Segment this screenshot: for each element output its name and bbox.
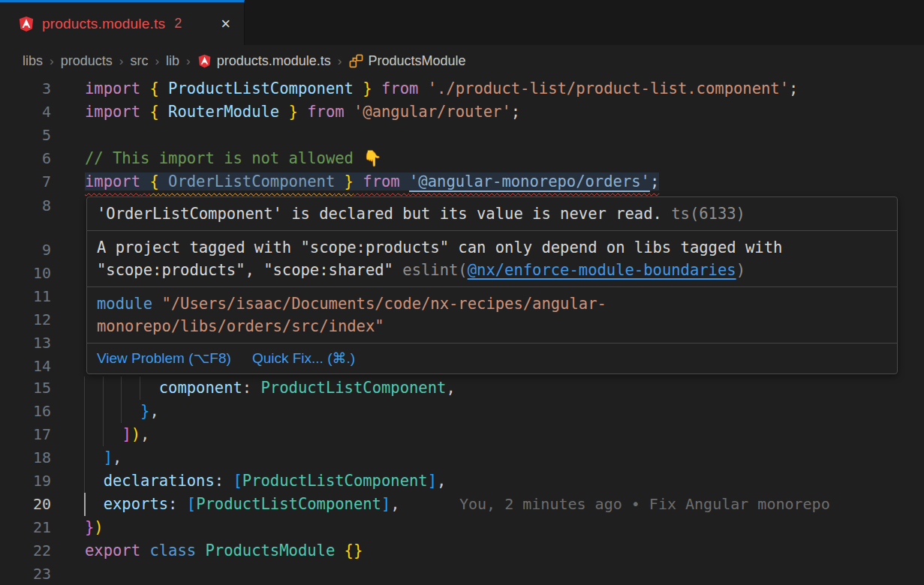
line-number[interactable]: 6: [0, 147, 51, 170]
view-problem-button[interactable]: View Problem (⌥F8): [97, 349, 231, 368]
code-token: ,: [446, 379, 455, 397]
code-token: }: [289, 103, 298, 121]
code-line[interactable]: 21}): [0, 516, 924, 539]
chevron-right-icon: ›: [338, 54, 342, 69]
line-number[interactable]: 9: [0, 238, 51, 262]
ts-diagnostic: 'OrderListComponent' is declared but its…: [87, 197, 897, 231]
code-token: './product-list/product-list.component': [428, 80, 789, 98]
line-number[interactable]: 8: [0, 194, 51, 218]
code-text: import { RouterModule } from '@angular/r…: [85, 100, 520, 124]
module-path-info: module "/Users/isaac/Documents/code/nx-r…: [87, 287, 897, 344]
quick-fix-button[interactable]: Quick Fix... (⌘.): [252, 349, 355, 368]
code-token: ,: [390, 495, 399, 513]
breadcrumb-item-src[interactable]: src: [130, 53, 148, 69]
code-editor[interactable]: 'OrderListComponent' is declared but its…: [0, 77, 924, 585]
code-token: [159, 172, 168, 190]
code-token: {: [149, 172, 158, 190]
code-line[interactable]: 5: [0, 124, 924, 147]
code-token: RouterModule: [168, 103, 279, 121]
breadcrumb-item-products-module-ts[interactable]: products.module.ts: [197, 53, 331, 69]
line-number[interactable]: 5: [0, 124, 51, 147]
line-number[interactable]: 17: [0, 423, 51, 446]
code-token: {}: [345, 542, 363, 560]
code-token: }: [363, 80, 372, 98]
code-line[interactable]: 17 ]),: [0, 423, 924, 446]
line-number[interactable]: 18: [0, 446, 51, 470]
breadcrumb-item-lib[interactable]: lib: [166, 53, 179, 69]
line-number[interactable]: 11: [0, 285, 51, 308]
code-text: import { ProductListComponent } from './…: [85, 77, 798, 100]
code-line[interactable]: 6// This import is not allowed 👇: [0, 147, 924, 170]
code-token: ProductListComponent: [196, 495, 381, 513]
breadcrumb-item-products[interactable]: products: [61, 53, 113, 69]
code-token: }: [345, 172, 354, 190]
code-line[interactable]: 22export class ProductsModule {}: [0, 539, 924, 562]
code-token: // This import is not allowed: [85, 149, 363, 167]
code-line[interactable]: 20 exports: [ProductListComponent],You, …: [0, 493, 924, 516]
code-token: [140, 542, 149, 560]
code-token: ]: [104, 448, 113, 466]
code-token: [140, 172, 149, 190]
code-token: [279, 103, 288, 121]
code-line[interactable]: 7import { OrderListComponent } from '@an…: [0, 170, 924, 194]
eslint-rule-link[interactable]: @nx/enforce-module-boundaries: [468, 261, 736, 279]
code-token: [418, 80, 427, 98]
line-number[interactable]: 7: [0, 170, 51, 194]
code-text: }): [85, 516, 104, 539]
code-token: ]: [428, 472, 437, 490]
code-line[interactable]: 18 ],: [0, 446, 924, 470]
breadcrumb-label: lib: [166, 53, 179, 69]
code-token: :: [215, 472, 233, 490]
code-line[interactable]: 4import { RouterModule } from '@angular/…: [0, 100, 924, 124]
code-text: // This import is not allowed 👇: [85, 147, 382, 170]
module-link[interactable]: '@angular-monorepo/orders': [409, 172, 650, 190]
line-number[interactable]: 16: [0, 400, 51, 423]
code-token: from: [363, 172, 399, 190]
git-blame-annotation: You, 2 minutes ago • Fix Angular monorep…: [459, 493, 830, 516]
hover-diagnostics-popup: 'OrderListComponent' is declared but its…: [86, 196, 898, 374]
code-token: import: [85, 172, 140, 190]
breadcrumb-label: products: [61, 53, 113, 69]
code-token: [372, 80, 381, 98]
breadcrumb-item-libs[interactable]: libs: [23, 53, 43, 69]
line-number[interactable]: 14: [0, 355, 51, 378]
line-number[interactable]: 20: [0, 493, 51, 516]
line-number[interactable]: 13: [0, 332, 51, 355]
ts-error-code: ts(6133): [671, 205, 745, 223]
code-token: ): [131, 425, 140, 443]
code-token: ,: [140, 425, 149, 443]
code-line[interactable]: 15 component: ProductListComponent,: [0, 376, 924, 400]
code-token: ;: [511, 103, 520, 121]
code-token: [400, 172, 409, 190]
angular-file-icon: [18, 16, 35, 32]
code-token: component: [159, 379, 242, 397]
line-number[interactable]: 22: [0, 539, 51, 562]
code-token: [85, 472, 104, 490]
code-text: exports: [ProductListComponent],: [85, 493, 400, 516]
code-text: export class ProductsModule {}: [85, 539, 363, 562]
line-number[interactable]: 23: [0, 562, 51, 585]
code-token: 👇: [363, 149, 382, 167]
code-token: export: [85, 542, 140, 560]
code-line[interactable]: 19 declarations: [ProductListComponent],: [0, 470, 924, 493]
line-number[interactable]: 10: [0, 262, 51, 285]
close-icon[interactable]: ×: [218, 14, 233, 34]
line-number[interactable]: 3: [0, 77, 51, 100]
code-token: exports: [104, 495, 168, 513]
code-token: ProductListComponent: [261, 379, 447, 397]
code-line[interactable]: 3import { ProductListComponent } from '.…: [0, 77, 924, 100]
line-number[interactable]: 21: [0, 516, 51, 539]
line-number[interactable]: 15: [0, 376, 51, 400]
code-token: import: [85, 103, 140, 121]
code-line[interactable]: 16 },: [0, 400, 924, 423]
breadcrumb-label: src: [130, 53, 148, 69]
line-number[interactable]: 19: [0, 470, 51, 493]
breadcrumb-item-productsmodule[interactable]: ProductsModule: [349, 53, 466, 69]
line-number[interactable]: 4: [0, 100, 51, 124]
tab-products-module[interactable]: products.module.ts 2 ×: [0, 0, 245, 45]
code-token: [140, 80, 149, 98]
code-text: ],: [85, 446, 122, 470]
code-token: [140, 103, 149, 121]
line-number[interactable]: 12: [0, 308, 51, 332]
code-line[interactable]: 23: [0, 562, 924, 585]
